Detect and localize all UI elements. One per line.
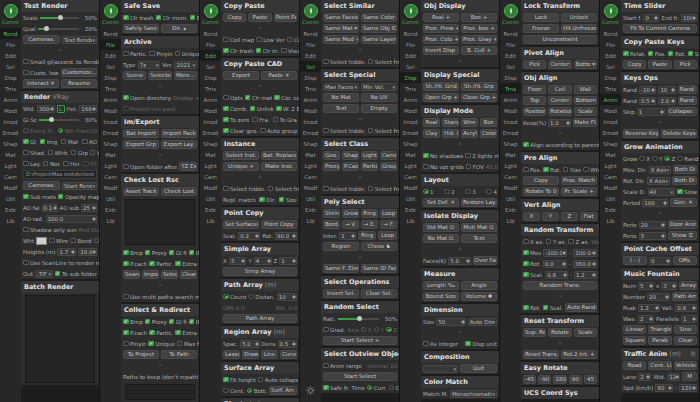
slider-knob[interactable] — [58, 15, 63, 20]
hit-unfreeze-button[interactable]: Hit Unfreeze — [561, 24, 597, 33]
no-shadows-checkbox[interactable]: ✓No shadows — [423, 153, 463, 159]
panel-header-measure[interactable]: Measure — [421, 268, 499, 280]
asset-track-button[interactable]: Asset Track — [123, 187, 159, 196]
90-button[interactable]: 90 — [569, 375, 582, 384]
spinner-arrows-icon[interactable] — [92, 205, 96, 211]
clear-sel-button[interactable]: Clear Sel. — [361, 289, 397, 298]
spinner-arrows-icon[interactable] — [562, 250, 566, 256]
sidebar-item-disp[interactable]: Disp — [300, 72, 321, 83]
size-checkbox[interactable]: Size — [563, 167, 581, 173]
offs-button[interactable]: Offs. — [673, 256, 697, 265]
interact-button[interactable]: Interact ✕ — [23, 79, 59, 88]
cor-col-checkbox[interactable]: ✓Cor. col — [274, 95, 299, 101]
real-button[interactable]: Real + — [423, 13, 459, 22]
square-button[interactable]: Square — [623, 336, 646, 345]
clr-m-checkbox[interactable]: ✓Clr m. — [256, 48, 279, 54]
scale-button[interactable]: Scale — [574, 107, 597, 116]
spinner-arrows-icon[interactable] — [663, 200, 667, 206]
spinner-arrows-icon[interactable] — [292, 294, 296, 300]
spinner-arrows-icon[interactable] — [566, 120, 570, 126]
sidebar-item-file[interactable]: File — [100, 39, 121, 50]
panel-header-composition[interactable]: Composition — [421, 351, 499, 363]
both-di-button[interactable]: Both Di — [672, 176, 697, 185]
value-spinner[interactable]: 20 — [639, 221, 666, 229]
sidebar-item-shap[interactable]: Shap — [500, 138, 521, 149]
sidebar-item-imod[interactable]: Imod — [400, 116, 421, 127]
spinner-arrows-icon[interactable] — [655, 305, 659, 311]
sidebar-item-lght[interactable]: Lght — [100, 160, 121, 171]
to-gra-checkbox[interactable]: To Gra — [273, 117, 297, 123]
protect-evil-pack-checkbox[interactable]: Protect evil pack — [123, 106, 176, 112]
value-spinner[interactable]: 1 — [279, 257, 297, 265]
lock-aspect-toggle[interactable]: L — [57, 105, 65, 113]
sidebar-item-shap[interactable]: Shap — [100, 138, 121, 149]
sidebar-item-sel[interactable]: Sel — [300, 61, 321, 72]
whit-checkbox[interactable]: Whit. — [48, 150, 69, 156]
sidebar-item-sel[interactable]: Sel — [0, 61, 21, 72]
spinner-arrows-icon[interactable] — [53, 205, 57, 211]
sidebar-item-extr[interactable]: Extr — [200, 204, 221, 215]
no-mat-button[interactable]: No Mat — [323, 93, 359, 102]
value-spinner[interactable]: 25 — [81, 204, 97, 212]
fit-height-checkbox[interactable]: ✓Fit height — [223, 377, 256, 383]
value-spinner[interactable]: 50 — [436, 318, 465, 326]
fov-checkbox[interactable]: FOV — [466, 164, 484, 170]
spinner-arrows-icon[interactable] — [461, 319, 465, 325]
sidebar-item-edit[interactable]: Edit — [0, 50, 21, 61]
spinner-arrows-icon[interactable] — [92, 249, 96, 255]
lock-button[interactable]: Lock — [523, 13, 559, 22]
spinner-arrows-icon[interactable] — [666, 258, 670, 264]
sidebar-item-edit[interactable]: Edit — [300, 50, 321, 61]
all-dropdown[interactable]: All▾ — [648, 188, 676, 196]
color-button[interactable]: Color — [480, 129, 497, 138]
spinner-arrows-icon[interactable] — [592, 272, 596, 278]
panel-header-music-fountain[interactable]: Music Fountain — [621, 268, 699, 280]
cameras-button[interactable]: Cameras: — [23, 35, 60, 44]
z-radio[interactable]: Z — [386, 327, 397, 333]
cent-lin-button[interactable]: Cent. Lin. — [648, 361, 671, 370]
lasso-button[interactable]: Lasso — [223, 350, 240, 359]
linear-button[interactable]: Linear — [623, 325, 646, 334]
sidebar-item-file[interactable]: File — [600, 39, 621, 50]
auto-group-checkbox[interactable]: Auto group — [260, 128, 298, 134]
volume-button[interactable]: Volume ✱ — [461, 292, 497, 301]
clr-trash-checkbox[interactable]: ✓Clr trash — [223, 48, 254, 54]
panel-header-isolate-display[interactable]: Isolate Display — [421, 210, 499, 222]
sidebar-item-sel[interactable]: Sel — [100, 61, 121, 72]
sidebar-item-lght[interactable]: Lght — [400, 160, 421, 171]
pos-checkbox[interactable]: ✓Pos. — [648, 51, 666, 57]
sidebar-item-extr[interactable]: Extr — [400, 204, 421, 215]
panel-header-batch-render[interactable]: Batch Render — [21, 281, 99, 293]
proxy-checkbox[interactable]: ✓Proxy — [145, 319, 167, 325]
p-cach-button[interactable]: P.Cach — [342, 162, 359, 171]
make-flat-button[interactable]: Make Flat + — [573, 118, 597, 127]
sidebar-item-trns[interactable]: Trns — [100, 83, 121, 94]
no-uv-button[interactable]: No UV — [361, 93, 397, 102]
clear-button[interactable]: Clear — [674, 336, 697, 345]
sidebar-item-edit[interactable]: Edit — [600, 50, 621, 61]
sidebar-item-lght[interactable]: Lght — [200, 160, 221, 171]
grow-button[interactable]: Grow — [342, 209, 359, 218]
sidebar-item-trns[interactable]: Trns — [400, 83, 421, 94]
spinner-arrows-icon[interactable] — [92, 106, 96, 112]
sidebar-item-sel[interactable]: Sel — [400, 61, 421, 72]
path-input[interactable]: D:\Project\Max test\Archest — [23, 170, 97, 179]
opacity-map-checkbox[interactable]: ✓Opacity map — [58, 194, 99, 200]
sidebar-item-emod[interactable]: Emod — [600, 127, 621, 138]
clr-mat-checkbox[interactable]: ✓Clr mat — [245, 95, 272, 101]
sidebar-item-util[interactable]: Util — [100, 193, 121, 204]
sidebar-item-modf[interactable]: Modf — [200, 182, 221, 193]
select-frozen-checkbox[interactable]: Select frozen — [368, 128, 399, 134]
gi-fi-checkbox[interactable]: ✓GI fi — [169, 319, 187, 325]
panel-header-keys-ops[interactable]: Keys Ops — [621, 72, 699, 84]
ies-checkbox[interactable]: ✓IES — [189, 250, 199, 256]
relat-checkbox[interactable]: ✓Relat. — [623, 51, 646, 57]
sidebar-item-extr[interactable]: Extr — [500, 204, 521, 215]
sidebar-item-imod[interactable]: Imod — [200, 116, 221, 127]
sidebar-item-cam[interactable]: Cam — [200, 171, 221, 182]
scal-checkbox[interactable]: ✓Scal. — [523, 272, 543, 278]
x-radio[interactable]: X — [639, 156, 650, 162]
point-past-button[interactable]: Point Past. — [274, 13, 297, 22]
b-cull-button[interactable]: B. Cull + — [461, 46, 497, 55]
unconstraint-button[interactable]: Unconstraint — [523, 35, 597, 44]
